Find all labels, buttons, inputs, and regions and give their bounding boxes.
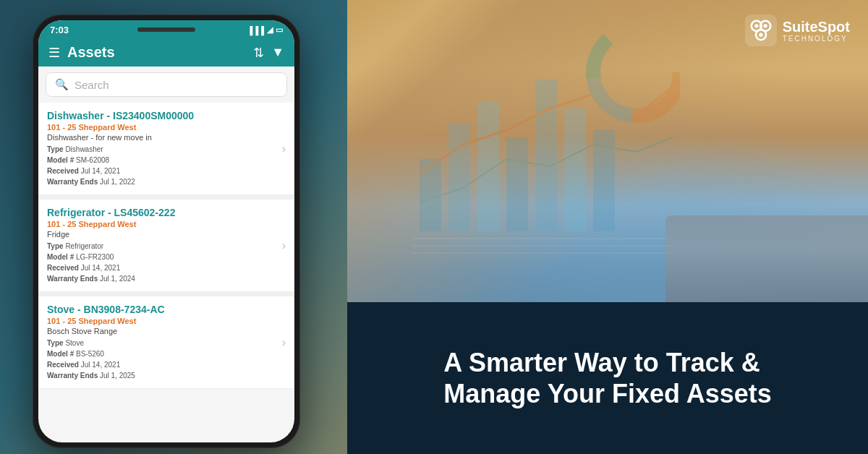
asset-name-3: Stove - BN3908-7234-AC <box>47 304 286 315</box>
asset-detail-1: Type Dishwasher Model # SM-62008 Receive… <box>47 144 286 187</box>
status-time: 7:03 <box>50 25 69 35</box>
logo-spot: Spot <box>818 19 850 35</box>
headline-area: A Smarter Way to Track & Manage Your Fix… <box>347 302 868 454</box>
left-panel: 7:03 ▐▐▐ ◢ ▭ ☰ Assets ⇅ ▼ <box>0 0 347 454</box>
asset-list: Dishwasher - IS23400SM00000 101 - 25 She… <box>38 103 294 389</box>
menu-icon[interactable]: ☰ <box>48 45 60 61</box>
chevron-icon-3: › <box>282 336 286 349</box>
right-panel: SuiteSpot TECHNOLOGY A Smarter Way to Tr… <box>347 0 868 454</box>
asset-location-3: 101 - 25 Sheppard West <box>47 317 286 325</box>
wifi-icon: ◢ <box>267 25 273 35</box>
asset-desc-1: Dishwasher - for new move in <box>47 133 286 142</box>
status-icons: ▐▐▐ ◢ ▭ <box>247 25 283 35</box>
logo: SuiteSpot TECHNOLOGY <box>745 14 850 46</box>
asset-detail-2: Type Refrigerator Model # LG-FR2300 Rece… <box>47 241 286 284</box>
logo-suite: Suite <box>783 19 818 35</box>
search-icon: 🔍 <box>55 78 69 91</box>
sort-icon[interactable]: ⇅ <box>253 45 264 61</box>
asset-desc-2: Fridge <box>47 230 286 239</box>
asset-detail-3: Type Stove Model # BS-5260 Received Jul … <box>47 338 286 381</box>
asset-desc-3: Bosch Stove Range <box>47 327 286 335</box>
app-title: Assets <box>67 44 115 61</box>
asset-name-1: Dishwasher - IS23400SM00000 <box>47 110 286 121</box>
svg-point-18 <box>763 24 767 27</box>
phone-mockup: 7:03 ▐▐▐ ◢ ▭ ☰ Assets ⇅ ▼ <box>33 14 300 448</box>
search-placeholder: Search <box>75 79 109 91</box>
asset-item-2[interactable]: Refrigerator - LS45602-222 101 - 25 Shep… <box>38 200 294 292</box>
phone-speaker <box>137 27 195 32</box>
svg-point-17 <box>754 24 758 27</box>
svg-point-19 <box>759 33 762 37</box>
asset-location-1: 101 - 25 Sheppard West <box>47 123 286 132</box>
svg-rect-3 <box>506 137 528 231</box>
asset-name-2: Refrigerator - LS45602-222 <box>47 207 286 218</box>
logo-icon <box>745 14 777 46</box>
headline: A Smarter Way to Track & Manage Your Fix… <box>443 347 771 409</box>
asset-item-3[interactable]: Stove - BN3908-7234-AC 101 - 25 Sheppard… <box>38 296 294 389</box>
headline-line1: A Smarter Way to Track & <box>443 348 760 377</box>
signal-icon: ▐▐▐ <box>247 26 264 35</box>
laptop-decoration <box>665 215 868 302</box>
app-header-left: ☰ Assets <box>48 44 115 61</box>
svg-rect-4 <box>535 80 557 231</box>
search-bar[interactable]: 🔍 Search <box>46 72 287 97</box>
asset-location-2: 101 - 25 Sheppard West <box>47 220 286 228</box>
svg-rect-0 <box>420 159 441 231</box>
chart-decoration <box>405 14 680 296</box>
chevron-icon-2: › <box>282 239 286 252</box>
chevron-icon-1: › <box>282 142 286 155</box>
filter-icon[interactable]: ▼ <box>271 45 284 60</box>
svg-rect-1 <box>448 123 470 231</box>
app-header: ☰ Assets ⇅ ▼ <box>38 38 294 67</box>
app-header-icons: ⇅ ▼ <box>253 45 284 61</box>
asset-item-1[interactable]: Dishwasher - IS23400SM00000 101 - 25 She… <box>38 103 294 195</box>
svg-rect-5 <box>564 108 586 231</box>
logo-technology: TECHNOLOGY <box>783 35 850 43</box>
logo-text: SuiteSpot TECHNOLOGY <box>783 19 850 43</box>
headline-line2: Manage Your Fixed Assets <box>443 379 771 408</box>
battery-icon: ▭ <box>276 25 283 35</box>
phone-screen: 7:03 ▐▐▐ ◢ ▭ ☰ Assets ⇅ ▼ <box>38 20 294 442</box>
